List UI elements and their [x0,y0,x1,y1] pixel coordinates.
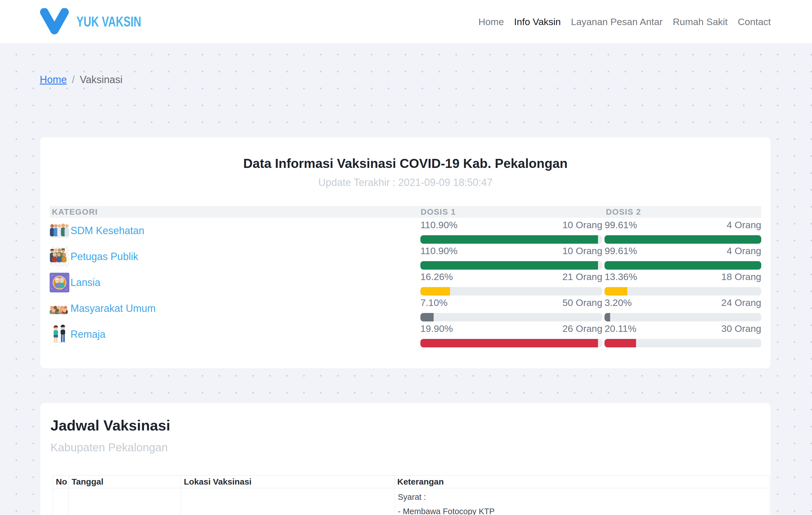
progress-track [605,313,761,322]
dose-count: 18 Orang [721,271,761,282]
nav-item-rumah-sakit[interactable]: Rumah Sakit [673,16,728,27]
progress-fill-gray [605,313,610,322]
sdm-kesehatan-icon [50,221,69,241]
dose-percent: 99.61% [605,245,637,256]
vaccination-row-remaja: Remaja19.90%26 Orang20.11%30 Orang [50,322,761,347]
dose-count: 30 Orang [721,323,761,334]
progress-track [605,339,761,347]
breadcrumb: Home / Vaksinasi [40,74,122,86]
progress-track [420,313,602,322]
dose-percent: 13.36% [605,271,637,282]
masyarakat-umum-icon [50,299,69,319]
progress-track [605,235,761,244]
progress-track [420,261,602,270]
dose-cell-d2: 99.61%4 Orang [605,244,761,270]
progress-fill-gray [420,313,434,322]
progress-track [605,287,761,296]
brand[interactable]: YUK VAKSIN [40,8,155,35]
progress-track [420,339,602,347]
dose-percent: 20.11% [605,323,636,334]
category-cell: SDM Kesehatan [50,218,420,244]
nav-item-info-vaksin[interactable]: Info Vaksin [514,16,561,27]
progress-fill-red [420,339,598,347]
dose-cell-d2: 20.11%30 Orang [605,322,761,347]
breadcrumb-separator: / [72,74,75,86]
vaccination-table-header: KATEGORI DOSIS 1 DOSIS 2 [50,206,761,218]
vaccination-row-petugas-publik: Petugas Publik110.90%10 Orang99.61%4 Ora… [50,244,761,270]
site-header: YUK VAKSIN HomeInfo VaksinLayanan Pesan … [0,0,812,44]
lansia-icon [50,273,69,293]
progress-track [605,261,761,270]
brand-logo-icon [40,8,69,35]
dose-cell-d1: 19.90%26 Orang [420,322,602,347]
progress-fill-yellow [605,287,627,296]
category-cell: Remaja [50,322,420,347]
schedule-subtitle: Kabupaten Pekalongan [51,441,760,454]
progress-fill-green [420,235,598,244]
last-updated-text: Update Terakhir : 2021-09-09 18:50:47 [50,177,761,188]
dose-count: 4 Orang [727,245,761,256]
main-nav: HomeInfo VaksinLayanan Pesan AntarRumah … [478,16,771,27]
dose-cell-d1: 7.10%50 Orang [420,296,602,322]
dose-cell-d2: 3.20%24 Orang [605,296,761,322]
schedule-table: No Tanggal Lokasi Vaksinasi Keterangan S… [53,475,770,515]
breadcrumb-current: Vaksinasi [80,74,122,86]
vaccination-row-masyarakat-umum: Masyarakat Umum7.10%50 Orang3.20%24 Oran… [50,296,761,322]
schedule-cell-lokasi [181,488,395,515]
nav-item-layanan-pesan-antar[interactable]: Layanan Pesan Antar [571,16,663,27]
info-card-title: Data Informasi Vaksinasi COVID-19 Kab. P… [50,156,761,171]
dose-count: 50 Orang [562,297,603,308]
schedule-card: Jadwal Vaksinasi Kabupaten Pekalongan No… [40,403,771,515]
progress-track [420,287,602,296]
schedule-title: Jadwal Vaksinasi [51,417,760,434]
category-cell: Lansia [50,270,420,296]
category-cell: Masyarakat Umum [50,296,420,322]
keterangan-line: Syarat : [398,492,766,502]
schedule-header-lokasi: Lokasi Vaksinasi [181,476,395,488]
column-header-dosis2: DOSIS 2 [605,207,761,217]
dose-percent: 16.26% [420,271,453,282]
schedule-header-tanggal: Tanggal [69,476,181,488]
column-header-kategori: KATEGORI [50,207,420,217]
petugas-publik-icon [50,247,69,267]
dose-cell-d1: 16.26%21 Orang [420,270,602,296]
dose-count: 10 Orang [562,219,603,231]
schedule-header-row: No Tanggal Lokasi Vaksinasi Keterangan [53,476,770,488]
dose-cell-d1: 110.90%10 Orang [420,218,602,244]
schedule-cell-keterangan: Syarat :- Membawa Fotocopy KTP- Sudah Be… [395,488,770,515]
dose-count: 10 Orang [562,245,603,256]
dose-cell-d2: 99.61%4 Orang [605,218,761,244]
progress-fill-green [420,261,598,270]
dose-percent: 110.90% [420,219,458,231]
vaccination-row-lansia: Lansia16.26%21 Orang13.36%18 Orang [50,270,761,296]
nav-item-contact[interactable]: Contact [738,16,771,27]
breadcrumb-home-link[interactable]: Home [40,74,67,86]
info-card: Data Informasi Vaksinasi COVID-19 Kab. P… [40,137,771,368]
progress-fill-green [605,261,761,270]
dose-percent: 7.10% [420,297,447,308]
dose-count: 21 Orang [562,271,603,282]
category-link-lansia[interactable]: Lansia [70,277,100,289]
schedule-cell-tanggal [69,488,181,515]
remaja-icon [50,325,69,344]
nav-item-home[interactable]: Home [478,16,504,27]
keterangan-line: - Membawa Fotocopy KTP [398,507,766,515]
dose-cell-d1: 110.90%10 Orang [420,244,602,270]
category-link-remaja[interactable]: Remaja [70,329,106,340]
category-cell: Petugas Publik [50,244,420,270]
brand-name: YUK VAKSIN [77,13,141,30]
progress-fill-green [605,235,761,244]
category-link-petugas-publik[interactable]: Petugas Publik [70,251,138,263]
category-link-masyarakat-umum[interactable]: Masyarakat Umum [70,303,156,314]
column-header-dosis1: DOSIS 1 [420,207,605,217]
category-link-sdm-kesehatan[interactable]: SDM Kesehatan [70,225,144,237]
dose-count: 24 Orang [721,297,761,308]
progress-fill-red [605,339,636,347]
dose-count: 4 Orang [727,219,761,231]
dose-percent: 99.61% [605,219,637,231]
progress-track [420,235,602,244]
progress-fill-yellow [420,287,450,296]
schedule-header-keterangan: Keterangan [395,476,770,488]
schedule-header-no: No [53,476,69,488]
dose-cell-d2: 13.36%18 Orang [605,270,761,296]
